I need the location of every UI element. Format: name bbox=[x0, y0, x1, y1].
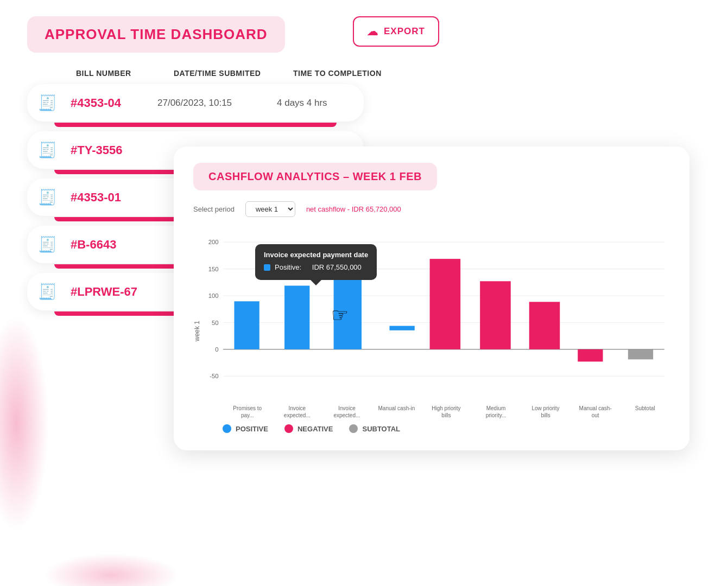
bill-number: #TY-3556 bbox=[71, 143, 157, 157]
tooltip-item: Positive: IDR 67,550,000 bbox=[264, 263, 368, 271]
bar-medium-priority[interactable] bbox=[480, 281, 511, 349]
bar-promises[interactable] bbox=[234, 301, 259, 349]
x-label-medium: Medium priority... bbox=[477, 405, 515, 419]
x-label-manual-out: Manual cash-out bbox=[577, 405, 615, 419]
cashflow-controls: Select period week 1 net cashflow - IDR … bbox=[193, 201, 670, 217]
cashflow-title: CASHFLOW ANALYTICS – WEEK 1 FEB bbox=[208, 170, 422, 182]
legend-positive-label: POSITIVE bbox=[236, 425, 268, 433]
legend-subtotal: SUBTOTAL bbox=[349, 424, 400, 433]
legend-positive-dot bbox=[223, 424, 231, 433]
tooltip-arrow bbox=[311, 280, 321, 285]
legend-negative-dot bbox=[284, 424, 293, 433]
x-label-low: Low priority bills bbox=[527, 405, 565, 419]
bill-number: #B-6643 bbox=[71, 238, 157, 252]
col-header-icon bbox=[33, 69, 76, 78]
x-label-subtotal: Subtotal bbox=[626, 405, 664, 419]
legend-subtotal-label: SUBTOTAL bbox=[362, 425, 400, 433]
bar-invoice-exp1[interactable] bbox=[284, 285, 309, 349]
bill-icon: 🧾 bbox=[38, 235, 71, 253]
bill-icon: 🧾 bbox=[38, 94, 71, 112]
legend-negative: NEGATIVE bbox=[284, 424, 333, 433]
period-select[interactable]: week 1 bbox=[245, 201, 295, 217]
svg-text:100: 100 bbox=[208, 292, 219, 299]
cashflow-title-box: CASHFLOW ANALYTICS – WEEK 1 FEB bbox=[193, 163, 437, 190]
svg-text:0: 0 bbox=[215, 346, 218, 353]
bill-icon: 🧾 bbox=[38, 141, 71, 159]
bar-subtotal[interactable] bbox=[628, 349, 653, 360]
x-label-high: High priority bills bbox=[427, 405, 465, 419]
legend-subtotal-dot bbox=[349, 424, 358, 433]
bill-number: #4353-01 bbox=[71, 190, 157, 205]
svg-text:150: 150 bbox=[208, 266, 219, 272]
chart-area: week 1 Invoice expected payment date Pos… bbox=[193, 228, 670, 434]
col-header-completion: TIME TO COMPLETION bbox=[293, 69, 402, 78]
net-cashflow-badge: net cashflow - IDR 65,720,000 bbox=[306, 205, 401, 213]
bill-icon: 🧾 bbox=[38, 283, 71, 301]
period-label: Select period bbox=[193, 205, 235, 213]
svg-text:-50: -50 bbox=[210, 373, 218, 379]
export-button[interactable]: ☁ EXPORT bbox=[353, 16, 439, 47]
svg-text:50: 50 bbox=[212, 320, 219, 326]
bill-icon: 🧾 bbox=[38, 188, 71, 206]
legend-positive: POSITIVE bbox=[223, 424, 268, 433]
col-header-bill: BILL NUMBER bbox=[76, 69, 174, 78]
svg-text:200: 200 bbox=[208, 239, 219, 245]
approval-title-box: APPROVAL TIME DASHBOARD bbox=[27, 16, 285, 53]
bar-manual-cashout[interactable] bbox=[578, 349, 603, 362]
x-labels: Promises to pay... Invoice expected... I… bbox=[206, 405, 670, 419]
col-header-datetime: DATE/TIME SUBMITED bbox=[174, 69, 293, 78]
tooltip-positive-dot bbox=[264, 264, 270, 271]
chart-legend: POSITIVE NEGATIVE SUBTOTAL bbox=[206, 424, 670, 433]
bill-number: #4353-04 bbox=[71, 96, 157, 110]
export-label: EXPORT bbox=[384, 26, 425, 37]
cloud-icon: ☁ bbox=[367, 25, 378, 38]
tooltip-title: Invoice expected payment date bbox=[264, 251, 368, 259]
bar-manual-cashin[interactable] bbox=[389, 326, 414, 330]
table-headers: BILL NUMBER DATE/TIME SUBMITED TIME TO C… bbox=[27, 69, 364, 78]
legend-negative-label: NEGATIVE bbox=[297, 425, 333, 433]
bar-high-priority[interactable] bbox=[430, 259, 461, 349]
approval-header: APPROVAL TIME DASHBOARD bbox=[27, 16, 364, 53]
cashflow-panel: CASHFLOW ANALYTICS – WEEK 1 FEB Select p… bbox=[174, 146, 689, 450]
x-label-inv-exp1: Invoice expected... bbox=[278, 405, 316, 419]
table-row[interactable]: 🧾 #4353-04 27/06/2023, 10:15 4 days 4 hr… bbox=[27, 84, 364, 122]
y-axis-label: week 1 bbox=[193, 321, 201, 341]
blob-decoration-left bbox=[0, 315, 49, 532]
tooltip-box: Invoice expected payment date Positive: … bbox=[255, 244, 377, 280]
x-label-inv-exp2: Invoice expected... bbox=[328, 405, 366, 419]
tooltip-positive-value: IDR 67,550,000 bbox=[312, 263, 362, 271]
x-label-promises: Promises to pay... bbox=[229, 405, 267, 419]
bar-low-priority[interactable] bbox=[529, 302, 560, 349]
tooltip-positive-label: Positive: bbox=[275, 263, 301, 271]
main-container: ☁ EXPORT APPROVAL TIME DASHBOARD BILL NU… bbox=[0, 0, 728, 586]
chart-content: Invoice expected payment date Positive: … bbox=[206, 228, 670, 434]
bill-number: #LPRWE-67 bbox=[71, 285, 157, 299]
blob-decoration-bottom bbox=[43, 553, 179, 586]
bill-time: 4 days 4 hrs bbox=[277, 98, 385, 109]
cursor-hand-icon: ☞ bbox=[331, 304, 349, 327]
bill-date: 27/06/2023, 10:15 bbox=[157, 98, 277, 109]
x-label-manual-in: Manual cash-in bbox=[377, 405, 415, 419]
approval-title: APPROVAL TIME DASHBOARD bbox=[45, 26, 268, 42]
